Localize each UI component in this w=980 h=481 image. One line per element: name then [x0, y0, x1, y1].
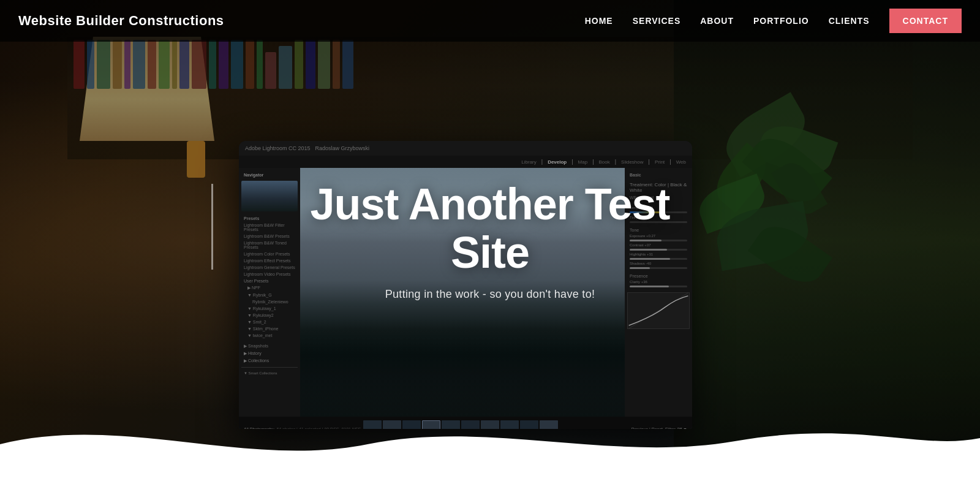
navbar: Website Builder Constructions HOME SERVI… [0, 0, 980, 42]
hero-title: Just Another Test Site [276, 180, 704, 277]
nav-clients[interactable]: CLIENTS [829, 16, 870, 26]
nav-services[interactable]: SERVICES [633, 16, 681, 26]
vertical-line-decoration [211, 184, 213, 270]
nav-home[interactable]: HOME [585, 16, 613, 26]
brand-name: Website Builder Constructions [18, 13, 224, 29]
bottom-wave [0, 407, 980, 481]
nav-portfolio[interactable]: PORTFOLIO [753, 16, 809, 26]
hero-subtitle: Putting in the work - so you don't have … [276, 288, 704, 301]
hero-content: Just Another Test Site Putting in the wo… [276, 180, 704, 301]
contact-button[interactable]: CONTACT [889, 9, 962, 33]
nav-links: HOME SERVICES ABOUT PORTFOLIO CLIENTS CO… [585, 9, 962, 33]
nav-about[interactable]: ABOUT [700, 16, 734, 26]
hero-section: Adobe Lightroom CC 2015 Radoslaw Grzybow… [0, 0, 980, 481]
